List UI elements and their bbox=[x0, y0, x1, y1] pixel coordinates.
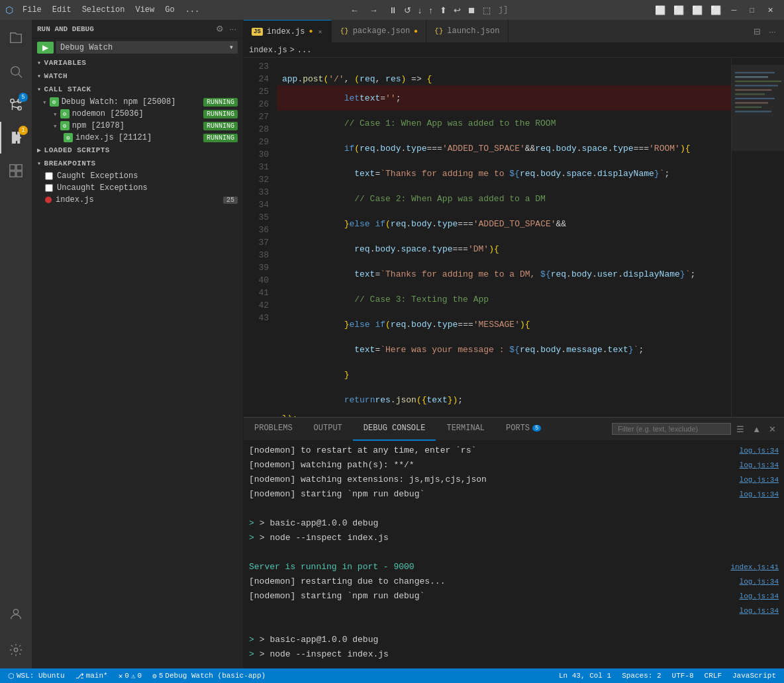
console-line-6: > > node --inspect index.js bbox=[244, 531, 784, 545]
breakpoint-caught-exceptions[interactable]: Caught Exceptions bbox=[32, 170, 243, 182]
call-stack-item-1-icon: ⚙ bbox=[60, 109, 70, 118]
breadcrumb-file[interactable]: index.js bbox=[249, 46, 287, 55]
tabs-split-btn[interactable]: ⊟ bbox=[751, 25, 763, 38]
breakpoint-index-js[interactable]: index.js 25 bbox=[32, 194, 243, 206]
svg-point-0 bbox=[11, 67, 20, 75]
call-stack-item-3[interactable]: ⚙ index.js [21121] RUNNING bbox=[32, 132, 243, 144]
statusbar-branch[interactable]: ⎇ main* bbox=[73, 672, 111, 680]
layout-btn-2[interactable]: ⬜ bbox=[671, 4, 687, 17]
panel-collapse-btn[interactable]: ▲ bbox=[750, 423, 763, 435]
menu-edit[interactable]: Edit bbox=[48, 4, 75, 16]
loaded-scripts-header[interactable]: ▶ LOADED SCRIPTS bbox=[32, 144, 243, 157]
panel-tab-ports[interactable]: PORTS 5 bbox=[495, 418, 552, 441]
nav-back-btn[interactable]: ← bbox=[348, 4, 362, 17]
tab-0-close[interactable]: ✕ bbox=[317, 27, 323, 36]
activity-search[interactable] bbox=[0, 56, 32, 87]
breakpoints-header[interactable]: ▾ BREAKPOINTS bbox=[32, 157, 243, 170]
call-stack-item-1-name: nodemon [25036] bbox=[72, 109, 144, 118]
panel-tab-output[interactable]: OUTPUT bbox=[303, 418, 353, 441]
panel-list-btn[interactable]: ☰ bbox=[734, 423, 747, 435]
start-debug-btn[interactable]: ▶ bbox=[37, 42, 54, 54]
call-stack-item-2-status: RUNNING bbox=[203, 122, 238, 130]
activity-explorer[interactable] bbox=[0, 23, 32, 54]
call-stack-item-2[interactable]: ▾ ⚙ npm [21078] RUNNING bbox=[32, 120, 243, 132]
debug-step-out-btn[interactable]: ⬆ bbox=[437, 4, 450, 17]
ports-badge: 5 bbox=[532, 425, 541, 432]
console-source-0[interactable]: log.js:34 bbox=[740, 444, 779, 457]
activity-account[interactable] bbox=[0, 598, 32, 630]
statusbar-language[interactable]: JavaScript bbox=[730, 672, 779, 680]
layout-btn-4[interactable]: ⬜ bbox=[708, 4, 724, 17]
layout-btn-1[interactable]: ⬜ bbox=[652, 4, 668, 17]
panel-tab-terminal[interactable]: TERMINAL bbox=[436, 418, 495, 441]
tab-launch-json[interactable]: {} launch.json bbox=[426, 20, 508, 43]
code-content[interactable]: app.post('/', (req, res) => { let text =… bbox=[277, 58, 731, 417]
statusbar-spaces[interactable]: Spaces: 2 bbox=[619, 672, 663, 680]
statusbar-errors[interactable]: ✕ 0 ⚠ 0 bbox=[116, 672, 144, 680]
console-source-9[interactable]: log.js:34 bbox=[740, 575, 779, 588]
code-line-29: // Case 2: When App was added to a DM bbox=[277, 186, 731, 211]
debug-step-into-btn[interactable]: ↑ bbox=[426, 4, 436, 17]
debug-step-over-btn[interactable]: ↓ bbox=[415, 4, 425, 17]
console-source-1[interactable]: log.js:34 bbox=[740, 459, 779, 472]
code-line-31: req.body.space.type === 'DM') { bbox=[277, 236, 731, 261]
watch-header[interactable]: ▾ WATCH bbox=[32, 69, 243, 83]
debug-pause-btn[interactable]: ⏸ bbox=[386, 4, 400, 17]
variables-header[interactable]: ▾ VARIABLES bbox=[32, 56, 243, 69]
console-source-11[interactable]: log.js:34 bbox=[740, 604, 779, 617]
menu-view[interactable]: View bbox=[131, 4, 158, 16]
activity-run-debug[interactable]: 1 bbox=[0, 122, 32, 154]
panel-tab-debug-console[interactable]: DEBUG CONSOLE bbox=[353, 418, 436, 441]
call-stack-header[interactable]: ▾ CALL STACK bbox=[32, 83, 243, 96]
tab-1-label: package.json bbox=[353, 26, 410, 36]
breakpoint-uncaught-exceptions[interactable]: Uncaught Exceptions bbox=[32, 182, 243, 194]
menu-more[interactable]: ... bbox=[181, 4, 204, 16]
debug-stop-btn[interactable]: ⏹ bbox=[465, 4, 479, 17]
statusbar-wsl[interactable]: ⬡ WSL: Ubuntu bbox=[5, 672, 68, 680]
breakpoints-title: BREAKPOINTS bbox=[44, 159, 96, 167]
statusbar-position[interactable]: Ln 43, Col 1 bbox=[556, 672, 614, 680]
statusbar-debug-sessions: 5 bbox=[159, 672, 164, 680]
debug-layout-btn[interactable]: ⬚ bbox=[480, 4, 493, 17]
console-source-10[interactable]: log.js:34 bbox=[740, 590, 779, 603]
caught-exceptions-checkbox[interactable] bbox=[45, 172, 53, 180]
menu-file[interactable]: File bbox=[19, 4, 46, 16]
statusbar-debug[interactable]: ⚙ 5 Debug Watch (basic-app) bbox=[150, 672, 268, 680]
activity-extensions[interactable] bbox=[0, 155, 32, 187]
run-debug-settings-btn[interactable]: ⚙ bbox=[215, 23, 225, 35]
console-source-2[interactable]: log.js:34 bbox=[740, 473, 779, 486]
activity-source-control[interactable]: 5 bbox=[0, 89, 32, 120]
call-stack-item-0[interactable]: ▾ ⚙ Debug Watch: npm [25008] RUNNING bbox=[32, 96, 243, 108]
debug-restart-btn[interactable]: ↺ bbox=[401, 4, 414, 17]
console-line-10: [nodemon] starting `npm run debug` log.j… bbox=[244, 589, 784, 604]
console-source-3[interactable]: log.js:34 bbox=[740, 488, 779, 501]
statusbar-encoding[interactable]: UTF-8 bbox=[669, 672, 697, 680]
run-debug-more-btn[interactable]: ··· bbox=[228, 23, 238, 35]
code-line-32: text = `Thanks for adding me to a DM, ${… bbox=[277, 261, 731, 287]
console-source-8[interactable]: index.js:41 bbox=[730, 561, 779, 574]
tabs-more-btn[interactable]: ··· bbox=[766, 25, 779, 38]
panel-filter-input[interactable] bbox=[612, 423, 731, 435]
tab-package-json[interactable]: {} package.json ● bbox=[332, 20, 426, 43]
breadcrumb-sep: > bbox=[290, 46, 295, 55]
layout-btn-3[interactable]: ⬜ bbox=[689, 4, 705, 17]
menu-selection[interactable]: Selection bbox=[78, 4, 129, 16]
nav-forward-btn[interactable]: → bbox=[367, 4, 381, 17]
menu-go[interactable]: Go bbox=[161, 4, 178, 16]
panel-tab-problems[interactable]: PROBLEMS bbox=[244, 418, 303, 441]
win-maximize-btn[interactable]: □ bbox=[744, 5, 760, 15]
activity-settings[interactable] bbox=[0, 634, 32, 666]
statusbar-line-ending[interactable]: CRLF bbox=[702, 672, 724, 680]
call-stack-item-1-status: RUNNING bbox=[203, 110, 238, 118]
breadcrumb-more[interactable]: ... bbox=[297, 46, 312, 55]
win-close-btn[interactable]: ✕ bbox=[762, 5, 779, 16]
debug-continue-btn[interactable]: ↩ bbox=[451, 4, 464, 17]
panel-close-btn[interactable]: ✕ bbox=[766, 423, 779, 435]
uncaught-exceptions-checkbox[interactable] bbox=[45, 184, 53, 192]
console-output-7 bbox=[249, 546, 779, 559]
tab-index-js[interactable]: JS index.js ● ✕ bbox=[244, 20, 332, 43]
svg-rect-9 bbox=[18, 132, 20, 144]
win-minimize-btn[interactable]: ─ bbox=[726, 5, 742, 15]
call-stack-item-1[interactable]: ▾ ⚙ nodemon [25036] RUNNING bbox=[32, 108, 243, 120]
debug-config-dropdown[interactable]: Debug Watch ▾ bbox=[56, 41, 238, 54]
